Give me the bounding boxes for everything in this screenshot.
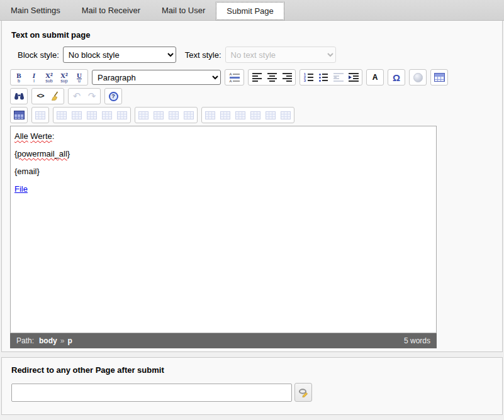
indent-icon [349,73,359,82]
cell-merge-icon [266,111,276,119]
cell-insert-before-icon [220,111,230,119]
undo-icon: ↶ [73,92,81,101]
text-color-button[interactable]: A [367,70,383,84]
clean-format-icon [50,91,60,101]
align-left-button[interactable] [249,70,264,84]
block-format-select[interactable]: Paragraph [92,70,221,85]
column-delete-button[interactable] [166,108,181,122]
special-character-group: Ω [388,69,405,86]
row-properties-icon [57,111,67,119]
subscript-button[interactable]: X2 sub [42,70,57,84]
tab-mail-to-receiver[interactable]: Mail to Receiver [71,0,151,20]
horizontal-rule-button[interactable] [226,70,243,84]
editor-paragraph: {powermail_all} [14,150,432,158]
row-delete-button[interactable] [99,108,115,122]
find-replace-button[interactable] [11,89,26,103]
link-wizard-button[interactable] [294,383,312,402]
bold-button[interactable]: B b [11,70,26,84]
block-style-label: Block style: [18,50,59,60]
rte-editor-area[interactable]: Alle Werte: {powermail_all} {email} File [10,126,437,333]
unordered-list-button[interactable] [316,70,331,84]
format-button-group: B b I i X2 sub X2 sup [10,69,88,86]
row-properties-button[interactable] [54,108,69,122]
row-insert-above-button[interactable] [69,108,84,122]
cell-delete-button[interactable] [248,108,263,122]
cell-delete-icon [250,111,260,119]
superscript-button[interactable]: X2 sup [57,70,72,84]
column-insert-before-button[interactable] [136,108,151,122]
column-insert-before-icon [138,111,148,119]
redirect-page-input[interactable] [11,384,292,402]
ordered-list-button[interactable] [301,70,316,84]
column-insert-after-button[interactable] [151,108,166,122]
section-heading: Text on submit page [10,21,494,47]
block-style-select[interactable]: No block style [63,47,176,63]
row-delete-icon [102,111,112,119]
editor-paragraph: {email} [14,167,432,175]
editor-paragraph: File [14,185,432,193]
align-center-icon [267,73,277,82]
redirect-heading: Redirect to any other Page after submit [11,365,493,383]
table-properties-button[interactable] [33,108,48,122]
clean-format-button[interactable] [48,89,63,103]
superscript-icon: X2 sup [60,72,68,83]
source-clean-group: <> [31,88,64,104]
insert-table-group [430,69,448,86]
cell-split-icon [281,111,291,119]
tab-mail-to-user[interactable]: Mail to User [151,0,216,20]
help-group: ? [104,88,122,104]
column-insert-after-icon [154,111,164,119]
underline-button[interactable]: U u [72,70,87,84]
table-properties-group [31,107,49,123]
cell-properties-button[interactable] [203,108,218,122]
cell-merge-button[interactable] [263,108,278,122]
path-segment-p[interactable]: p [67,336,72,345]
rte-toolbar-row-3 [10,107,494,123]
text-color-group: A [366,69,384,86]
align-button-group [248,69,296,86]
cell-insert-before-button[interactable] [218,108,233,122]
align-center-button[interactable] [264,70,279,84]
row-insert-under-button[interactable] [84,108,99,122]
align-left-icon [252,73,262,82]
file-link[interactable]: File [14,184,28,194]
row-insert-under-icon [87,111,97,119]
column-split-icon [184,111,194,119]
rte-status-bar: Path:body»p 5 words [10,333,437,348]
horizontal-rule-icon [230,73,240,82]
ordered-list-icon [304,74,313,82]
insert-table-icon [434,73,445,82]
insert-table-button[interactable] [432,70,447,84]
redo-button[interactable]: ↷ [84,89,99,103]
cell-operations-group [201,107,294,123]
special-character-button[interactable]: Ω [389,70,404,84]
tab-main-settings[interactable]: Main Settings [0,0,71,20]
column-split-button[interactable] [181,108,196,122]
element-path: Path:body»p [16,336,72,345]
italic-button[interactable]: I i [26,70,42,84]
tab-submit-page[interactable]: Submit Page [216,2,284,20]
text-style-select[interactable]: No text style [225,47,336,63]
special-character-icon: Ω [393,73,400,82]
cell-split-button[interactable] [278,108,293,122]
path-segment-body[interactable]: body [39,336,57,345]
help-button[interactable]: ? [106,89,121,103]
undo-button[interactable]: ↶ [69,89,84,103]
align-right-button[interactable] [279,70,294,84]
toggle-borders-button[interactable] [11,108,26,122]
outdent-button[interactable] [331,70,346,84]
indent-button[interactable] [346,70,361,84]
view-source-button[interactable]: <> [33,89,48,103]
redirect-panel: Redirect to any other Page after submit [1,357,503,415]
cell-insert-after-button[interactable] [233,108,248,122]
insert-link-button[interactable] [410,70,425,84]
toggle-borders-group [10,107,28,123]
hr-button-group [225,69,244,86]
row-split-button[interactable] [115,108,130,122]
row-operations-group [53,107,131,123]
underline-icon: U u [77,72,82,83]
editor-paragraph: Alle Werte: [14,132,432,140]
word-count: 5 words [404,336,430,345]
submit-page-panel: Text on submit page Block style: No bloc… [1,21,503,352]
outdent-icon [333,73,344,82]
